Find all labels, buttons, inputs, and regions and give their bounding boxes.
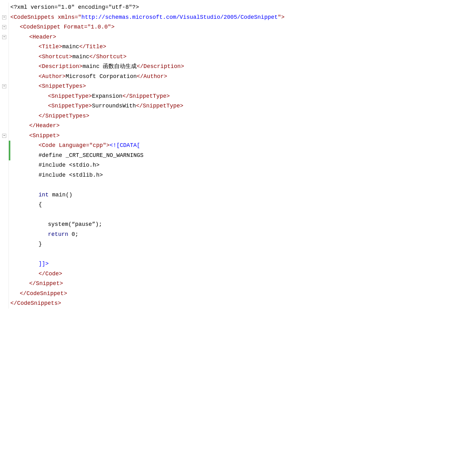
code-line: −<Snippet> — [0, 131, 476, 141]
line-content: int main() — [10, 190, 476, 200]
code-line: <SnippetType>SurroundsWith</SnippetType> — [0, 101, 476, 111]
code-line — [0, 180, 476, 190]
code-segment: </Shortcut> — [89, 54, 127, 60]
code-line: <Title>mainc</Title> — [0, 42, 476, 52]
code-segment: </Author> — [137, 73, 167, 80]
code-segment: <SnippetType> — [48, 93, 92, 99]
line-content: <Code Language="cpp"><![CDATA[ — [10, 141, 476, 151]
code-segment: int — [39, 192, 49, 198]
code-segment: </CodeSnippet> — [20, 290, 67, 297]
gutter-cell — [0, 299, 9, 309]
gutter-cell — [0, 111, 9, 121]
gutter-cell — [0, 151, 9, 161]
line-content: return 0; — [10, 230, 476, 240]
code-line: <SnippetType>Expansion</SnippetType> — [0, 91, 476, 101]
gutter-cell — [0, 141, 9, 151]
code-line: </SnippetTypes> — [0, 111, 476, 121]
code-segment: <CodeSnippets xmlns=" — [10, 14, 81, 20]
code-segment: <?xml version="1.0" encoding="utf-8"?> — [10, 4, 139, 10]
line-content — [10, 210, 476, 220]
line-content: { — [10, 200, 476, 210]
code-segment: 0; — [68, 231, 78, 237]
code-line: −<Header> — [0, 32, 476, 42]
code-segment: </SnippetType> — [136, 103, 183, 109]
code-line: −<CodeSnippets xmlns="http://schemas.mic… — [0, 13, 476, 23]
gutter-cell — [0, 62, 9, 72]
gutter-cell — [0, 259, 9, 269]
code-line: </Snippet> — [0, 279, 476, 289]
code-segment: <Description> — [39, 63, 82, 70]
code-segment: <SnippetTypes> — [39, 83, 86, 89]
gutter-cell — [0, 121, 9, 131]
code-line: return 0; — [0, 230, 476, 240]
gutter-cell — [0, 190, 9, 200]
line-content: } — [10, 239, 476, 249]
code-segment: SurroundsWith — [92, 103, 136, 109]
code-line: <Shortcut>mainc</Shortcut> — [0, 52, 476, 62]
line-content: </CodeSnippet> — [10, 289, 476, 299]
code-segment: Expansion — [92, 93, 122, 99]
gutter-cell — [0, 239, 9, 249]
code-segment: http://schemas.microsoft.com/VisualStudi… — [81, 14, 278, 20]
code-segment: { — [39, 201, 42, 208]
code-segment: <CodeSnippet Format="1.0.0"> — [20, 24, 114, 30]
collapse-button[interactable]: − — [2, 15, 6, 19]
line-content: <Shortcut>mainc</Shortcut> — [10, 52, 476, 62]
line-content: <Author>Microsoft Corporation</Author> — [10, 72, 476, 82]
line-content: </Header> — [10, 121, 476, 131]
code-line: </Header> — [0, 121, 476, 131]
collapse-button[interactable]: − — [2, 84, 6, 88]
line-content: <SnippetTypes> — [10, 81, 476, 91]
line-content: <SnippetType>SurroundsWith</SnippetType> — [10, 101, 476, 111]
gutter-cell — [0, 160, 9, 170]
code-segment: </CodeSnippets> — [10, 300, 61, 306]
line-content: </Code> — [10, 269, 476, 279]
code-line: <?xml version="1.0" encoding="utf-8"?> — [0, 3, 476, 13]
code-segment: </SnippetType> — [123, 93, 170, 99]
code-line: #include <stdlib.h> — [0, 170, 476, 180]
gutter-cell: − — [0, 32, 9, 42]
code-segment: </Header> — [29, 122, 60, 129]
line-content: <SnippetType>Expansion</SnippetType> — [10, 91, 476, 101]
code-segment: #include <stdlib.h> — [39, 172, 103, 178]
gutter-cell: − — [0, 13, 9, 23]
line-content: <?xml version="1.0" encoding="utf-8"?> — [10, 3, 476, 13]
code-line — [0, 210, 476, 220]
gutter-cell — [0, 3, 9, 13]
code-segment: </Description> — [137, 63, 184, 70]
line-content: <Title>mainc</Title> — [10, 42, 476, 52]
code-segment: <![CDATA[ — [110, 142, 140, 148]
collapse-button[interactable]: − — [2, 134, 6, 138]
gutter-cell — [0, 269, 9, 279]
line-content: <Snippet> — [10, 131, 476, 141]
gutter-cell: − — [0, 22, 9, 32]
code-line: </CodeSnippets> — [0, 299, 476, 309]
line-content: </Snippet> — [10, 279, 476, 289]
code-segment: <Header> — [29, 34, 56, 40]
line-content: ]]> — [10, 259, 476, 269]
line-content: <Description>mainc 函数自动生成</Description> — [10, 62, 476, 72]
gutter-cell — [0, 42, 9, 52]
code-line: −<SnippetTypes> — [0, 81, 476, 91]
gutter-cell — [0, 279, 9, 289]
code-segment: mainc 函数自动生成 — [82, 63, 137, 70]
collapse-button[interactable]: − — [2, 25, 6, 29]
code-line: #define _CRT_SECURE_NO_WARNINGS — [0, 151, 476, 161]
code-line: { — [0, 200, 476, 210]
gutter-cell — [0, 210, 9, 220]
code-segment: <Author> — [39, 73, 65, 80]
line-content: #include <stdlib.h> — [10, 170, 476, 180]
gutter-cell — [0, 200, 9, 210]
code-segment: <Title> — [39, 44, 62, 50]
code-segment: main() — [49, 192, 72, 198]
gutter-cell — [0, 91, 9, 101]
code-segment: #define _CRT_SECURE_NO_WARNINGS — [39, 152, 144, 158]
code-segment: <SnippetType> — [48, 103, 92, 109]
code-segment: </Snippet> — [29, 280, 63, 287]
collapse-button[interactable]: − — [2, 35, 6, 39]
code-line: #include <stdio.h> — [0, 160, 476, 170]
code-segment: "> — [278, 14, 285, 20]
code-segment: #include <stdio.h> — [39, 162, 99, 168]
line-content — [10, 180, 476, 190]
gutter-cell — [0, 249, 9, 259]
